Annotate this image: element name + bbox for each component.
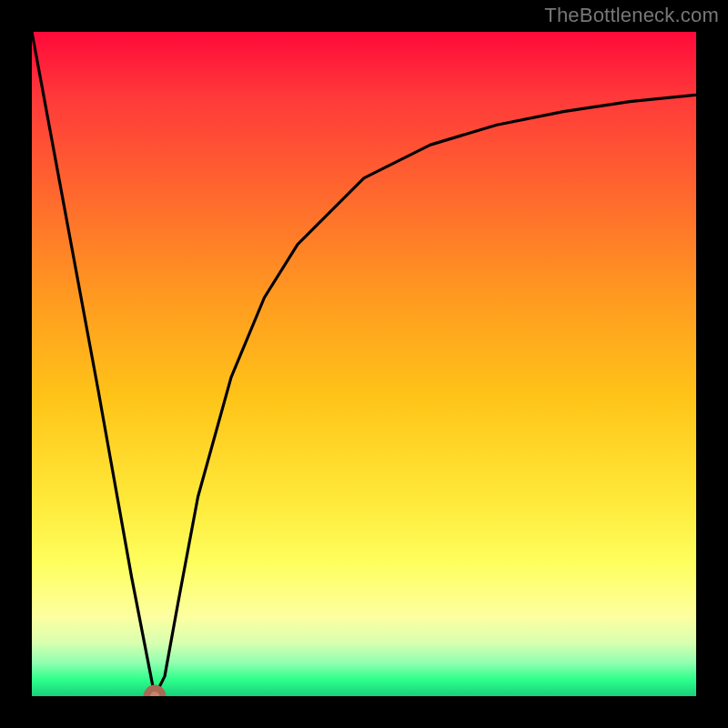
plot-area bbox=[32, 32, 696, 696]
watermark-text: TheBottleneck.com bbox=[544, 4, 719, 27]
bottleneck-curve bbox=[32, 32, 696, 696]
chart-frame: TheBottleneck.com bbox=[0, 0, 728, 728]
curve-svg bbox=[32, 32, 696, 696]
optimum-marker bbox=[147, 688, 163, 696]
